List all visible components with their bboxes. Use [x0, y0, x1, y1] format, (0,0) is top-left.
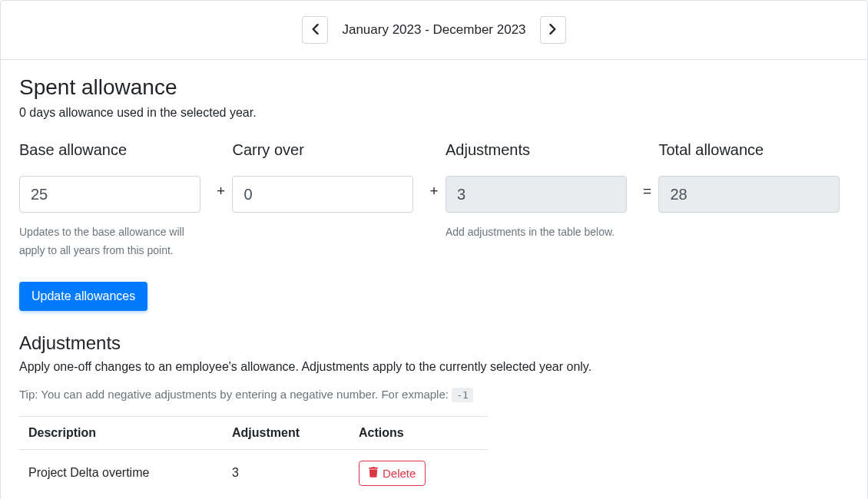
adjustments-input — [446, 176, 627, 213]
row-description: Project Delta overtime — [19, 449, 223, 497]
base-allowance-column: Base allowance Updates to the base allow… — [19, 141, 210, 260]
adjustments-table: Description Adjustment Actions Project D… — [19, 416, 488, 497]
chevron-right-icon — [549, 24, 557, 37]
base-allowance-hint: Updates to the base allowance will apply… — [19, 223, 208, 260]
content-area: Spent allowance 0 days allowance used in… — [1, 60, 867, 499]
col-actions: Actions — [350, 416, 488, 449]
col-adjustment: Adjustment — [223, 416, 350, 449]
adjustments-tip: Tip: You can add negative adjustments by… — [19, 388, 849, 401]
spent-allowance-subtitle: 0 days allowance used in the selected ye… — [19, 106, 849, 120]
base-allowance-input[interactable] — [19, 176, 200, 213]
table-row: Project Delta overtime 3 Delete — [19, 449, 488, 497]
delete-button[interactable]: Delete — [359, 461, 426, 486]
carry-over-input[interactable] — [232, 176, 413, 213]
tip-prefix: Tip: You can add negative adjustments by… — [19, 388, 452, 401]
previous-year-button[interactable] — [302, 16, 328, 44]
row-actions: Delete — [350, 449, 488, 497]
adjustments-hint: Add adjustments in the table below. — [446, 223, 634, 242]
carry-over-label: Carry over — [232, 141, 422, 159]
trash-icon — [369, 467, 378, 480]
next-year-button[interactable] — [540, 16, 566, 44]
plus-sign-1: + — [210, 141, 233, 200]
plus-sign-2: + — [422, 141, 446, 200]
adjustments-column: Adjustments Add adjustments in the table… — [446, 141, 636, 242]
year-navigation: January 2023 - December 2023 — [1, 1, 867, 60]
delete-label: Delete — [383, 467, 416, 480]
base-allowance-label: Base allowance — [19, 141, 210, 159]
total-allowance-column: Total allowance — [658, 141, 849, 213]
tip-code: -1 — [452, 388, 473, 402]
chevron-left-icon — [311, 24, 319, 37]
col-description: Description — [19, 416, 223, 449]
row-adjustment: 3 — [223, 449, 350, 497]
update-allowances-button[interactable]: Update allowances — [19, 282, 147, 311]
year-range-label: January 2023 - December 2023 — [342, 22, 525, 38]
adjustments-section-title: Adjustments — [19, 332, 849, 354]
total-allowance-input — [658, 176, 840, 213]
adjustments-section-description: Apply one-off changes to an employee's a… — [19, 360, 849, 374]
equals-sign: = — [636, 141, 659, 200]
spent-allowance-title: Spent allowance — [19, 75, 849, 100]
carry-over-column: Carry over — [232, 141, 422, 213]
adjustments-label: Adjustments — [446, 141, 636, 159]
allowance-row: Base allowance Updates to the base allow… — [19, 141, 849, 260]
total-allowance-label: Total allowance — [658, 141, 849, 159]
page-container: January 2023 - December 2023 Spent allow… — [0, 0, 868, 499]
